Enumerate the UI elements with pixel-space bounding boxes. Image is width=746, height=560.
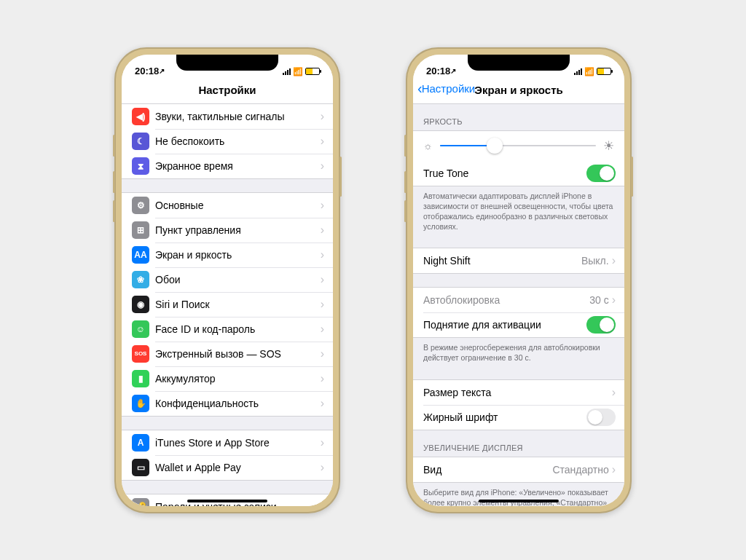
chevron-right-icon: › [321, 159, 324, 173]
sun-low-icon: ☼ [423, 140, 433, 151]
brightness-slider[interactable] [440, 145, 596, 146]
back-button[interactable]: ‹ Настройки [417, 82, 475, 95]
row-label: Пункт управления [155, 224, 321, 236]
settings-row-control-center[interactable]: ⊞Пункт управления› [122, 218, 333, 242]
screen-right: 20:18↗ 📶 ‹ Настройки Экран и яркость ЯРК… [413, 55, 624, 506]
settings-row-privacy[interactable]: ✋Конфиденциальность› [122, 391, 333, 416]
row-label: Аккумулятор [155, 373, 321, 384]
display-icon: AA [132, 246, 149, 264]
zoom-header: УВЕЛИЧЕНИЕ ДИСПЛЕЯ [413, 430, 624, 457]
signal-icon [574, 68, 582, 75]
settings-row-sounds[interactable]: ◀)Звуки, тактильные сигналы› [122, 104, 333, 129]
settings-row-battery[interactable]: ▮Аккумулятор› [122, 366, 333, 391]
bold-text-label: Жирный шрифт [423, 411, 586, 423]
signal-icon [283, 68, 291, 75]
navbar-settings: Настройки [122, 78, 333, 104]
row-label: Экстренный вызов — SOS [155, 348, 321, 360]
passwords-icon: 🔑 [132, 498, 149, 506]
settings-row-wallpaper[interactable]: ❀Обои› [122, 267, 333, 292]
row-label: Обои [155, 274, 321, 285]
settings-row-siri[interactable]: ◉Siri и Поиск› [122, 292, 333, 317]
chevron-right-icon: › [612, 463, 616, 476]
chevron-right-icon: › [321, 273, 324, 286]
chevron-right-icon: › [321, 298, 324, 311]
settings-row-dnd[interactable]: ☾Не беспокоить› [122, 129, 333, 154]
home-indicator[interactable] [479, 500, 559, 502]
text-size-row[interactable]: Размер текста › [413, 380, 624, 405]
display-content[interactable]: ЯРКОСТЬ ☼ ☀ True Tone Автоматически адап… [413, 104, 624, 506]
settings-row-faceid[interactable]: ☺Face ID и код-пароль› [122, 317, 333, 342]
row-label: Siri и Поиск [155, 299, 321, 310]
location-arrow-icon: ↗ [450, 67, 456, 75]
true-tone-toggle[interactable] [586, 165, 616, 182]
zoom-footer: Выберите вид для iPhone: «Увеличено» пок… [413, 483, 624, 506]
general-icon: ⚙ [132, 197, 149, 214]
night-shift-value: Выкл. [581, 255, 609, 267]
row-label: Не беспокоить [155, 135, 321, 147]
view-label: Вид [423, 464, 552, 476]
sounds-icon: ◀) [132, 108, 149, 125]
screen-left: 20:18↗ 📶 Настройки ◀)Звуки, тактильные с… [122, 55, 333, 506]
row-label: Основные [155, 200, 321, 211]
slider-thumb[interactable] [487, 138, 503, 154]
raise-to-wake-toggle[interactable] [586, 316, 616, 334]
settings-row-display[interactable]: AAЭкран и яркость› [122, 242, 333, 267]
row-label: Wallet и Apple Pay [155, 462, 321, 473]
dnd-icon: ☾ [132, 133, 149, 150]
row-label: Face ID и код-пароль [155, 323, 321, 335]
settings-row-screentime[interactable]: ⧗Экранное время› [122, 154, 333, 178]
chevron-right-icon: › [321, 461, 324, 474]
night-shift-row[interactable]: Night Shift Выкл. › [413, 248, 624, 273]
siri-icon: ◉ [132, 296, 149, 313]
phone-left: 20:18↗ 📶 Настройки ◀)Звуки, тактильные с… [114, 47, 340, 513]
battery-icon [597, 68, 611, 75]
navbar-display: ‹ Настройки Экран и яркость [413, 78, 624, 104]
chevron-right-icon: › [612, 293, 616, 307]
notch [176, 55, 278, 71]
night-shift-label: Night Shift [423, 255, 581, 267]
wallpaper-icon: ❀ [132, 271, 149, 288]
raise-to-wake-row: Поднятие для активации [413, 312, 624, 337]
battery-icon [305, 68, 320, 75]
settings-row-appstore[interactable]: AiTunes Store и App Store› [122, 430, 333, 455]
control-center-icon: ⊞ [132, 221, 149, 239]
text-size-label: Размер текста [423, 387, 612, 398]
chevron-right-icon: › [321, 347, 324, 360]
chevron-right-icon: › [321, 199, 324, 212]
row-label: Конфиденциальность [155, 398, 321, 409]
chevron-right-icon: › [321, 135, 324, 148]
autolock-label: Автоблокировка [423, 294, 589, 306]
battery-icon: ▮ [132, 370, 149, 387]
display-zoom-row[interactable]: Вид Стандартно › [413, 457, 624, 482]
autolock-row[interactable]: Автоблокировка 30 с › [413, 288, 624, 312]
true-tone-footer: Автоматически адаптировать дисплей iPhon… [413, 186, 624, 235]
true-tone-row: True Tone [413, 161, 624, 186]
settings-row-general[interactable]: ⚙Основные› [122, 193, 333, 218]
page-title: Настройки [122, 84, 333, 96]
brightness-slider-row: ☼ ☀ [413, 131, 624, 161]
bold-text-row: Жирный шрифт [413, 405, 624, 430]
phone-right: 20:18↗ 📶 ‹ Настройки Экран и яркость ЯРК… [406, 47, 632, 513]
row-label: iTunes Store и App Store [155, 437, 321, 449]
chevron-right-icon: › [321, 224, 324, 237]
chevron-right-icon: › [321, 248, 324, 261]
notch [468, 55, 570, 71]
chevron-right-icon: › [321, 323, 324, 336]
chevron-right-icon: › [321, 397, 324, 410]
appstore-icon: A [132, 434, 149, 451]
status-right: 📶 [283, 67, 320, 76]
home-indicator[interactable] [187, 500, 267, 502]
settings-row-sos[interactable]: SOSЭкстренный вызов — SOS› [122, 342, 333, 366]
raise-to-wake-label: Поднятие для активации [423, 319, 586, 331]
row-label: Экран и яркость [155, 249, 321, 261]
bold-text-toggle[interactable] [586, 409, 616, 426]
chevron-right-icon: › [321, 500, 324, 506]
chevron-right-icon: › [612, 386, 616, 399]
back-label: Настройки [422, 82, 476, 95]
settings-row-wallet[interactable]: ▭Wallet и Apple Pay› [122, 455, 333, 480]
autolock-footer: В режиме энергосбережения для автоблокир… [413, 338, 624, 366]
chevron-right-icon: › [321, 110, 324, 123]
settings-content[interactable]: ◀)Звуки, тактильные сигналы›☾Не беспокои… [122, 104, 333, 506]
faceid-icon: ☺ [132, 320, 149, 338]
status-right: 📶 [574, 67, 611, 76]
